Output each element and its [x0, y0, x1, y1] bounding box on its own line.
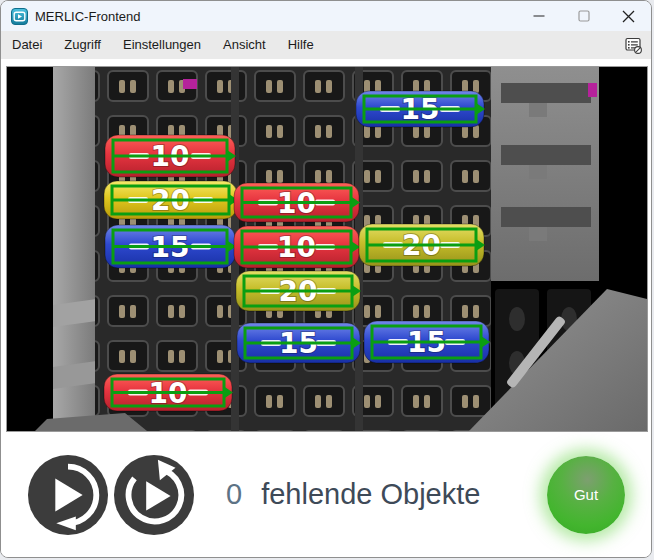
run-continuous-button[interactable] [113, 454, 195, 536]
menu-item-datei[interactable]: Datei [1, 31, 53, 59]
window-title: MERLIC-Frontend [35, 9, 516, 24]
fuse-detection: 10 [234, 226, 360, 268]
fuse-detection: 20 [104, 181, 238, 219]
fuse-detection: 15 [356, 91, 485, 127]
missing-label: fehlende Objekte [261, 478, 480, 511]
fuse-detection: 15 [105, 225, 236, 268]
app-window: MERLIC-Frontend DateiZugriffEinstellunge… [0, 0, 652, 558]
close-button[interactable] [606, 1, 651, 31]
fuse-detection: 15 [237, 323, 361, 363]
status-bar: 0 fehlende Objekte Gut [1, 432, 651, 557]
missing-count: 0 [226, 478, 242, 511]
window-controls [516, 1, 651, 31]
menu-item-ansicht[interactable]: Ansicht [212, 31, 277, 59]
minimize-button[interactable] [516, 1, 561, 31]
fuse-detection: 10 [104, 374, 233, 411]
fuse-detection: 10 [105, 135, 236, 177]
menu-item-hilfe[interactable]: Hilfe [277, 31, 325, 59]
menubar: DateiZugriffEinstellungenAnsichtHilfe [1, 31, 651, 59]
fuse-detection: 20 [359, 224, 485, 266]
display-options-icon[interactable] [623, 35, 643, 55]
menu-item-zugriff[interactable]: Zugriff [53, 31, 112, 59]
menu-item-einstellungen[interactable]: Einstellungen [112, 31, 212, 59]
merlic-logo-icon [11, 8, 28, 25]
maximize-button[interactable] [561, 1, 606, 31]
result-indicator-gut[interactable]: Gut [547, 456, 625, 534]
menu-items: DateiZugriffEinstellungenAnsichtHilfe [1, 31, 325, 59]
fuse-detection: 15 [364, 321, 490, 363]
camera-image-view: 1510201015102020151510 [6, 66, 648, 432]
titlebar: MERLIC-Frontend [1, 1, 651, 31]
fuse-detection: 10 [234, 183, 360, 222]
fusebox-scene: 1510201015102020151510 [7, 67, 647, 431]
fuse-detection: 20 [236, 271, 361, 311]
run-once-button[interactable] [27, 454, 109, 536]
